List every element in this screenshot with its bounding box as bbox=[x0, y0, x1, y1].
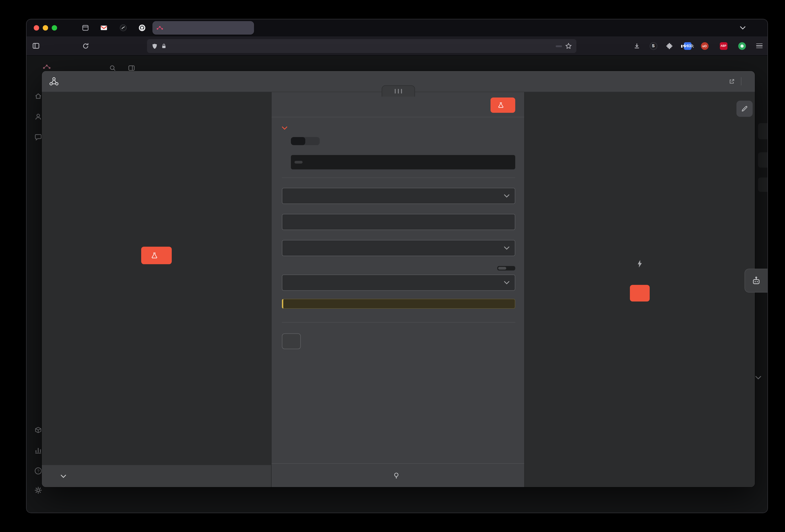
url-mode-toggle bbox=[291, 137, 320, 145]
url-bar[interactable] bbox=[147, 39, 576, 53]
menu-button[interactable] bbox=[753, 39, 766, 52]
divider bbox=[741, 77, 741, 85]
background-card bbox=[758, 152, 767, 167]
webhook-node-modal bbox=[42, 71, 755, 487]
sidebar-toggle-button[interactable] bbox=[30, 39, 42, 52]
fixed-button[interactable] bbox=[498, 267, 506, 270]
robot-icon bbox=[751, 276, 761, 286]
node-feedback-link[interactable] bbox=[272, 463, 524, 487]
navigation-toolbar: S ▮�833; uO ABP bbox=[27, 36, 767, 56]
parameters-form bbox=[272, 117, 524, 463]
back-button[interactable] bbox=[46, 39, 59, 52]
sidebar-item-home[interactable] bbox=[34, 92, 42, 100]
lock-icon[interactable] bbox=[161, 43, 167, 49]
logs-collapse-button[interactable] bbox=[755, 376, 761, 380]
sidebar-item-templates[interactable] bbox=[34, 426, 42, 434]
ai-assistant-button[interactable] bbox=[744, 269, 767, 293]
zoom-indicator[interactable] bbox=[556, 45, 562, 47]
background-card bbox=[758, 123, 767, 139]
home-icon bbox=[34, 92, 42, 100]
downloads-button[interactable] bbox=[630, 39, 643, 52]
respond-select[interactable] bbox=[282, 274, 515, 291]
package-icon bbox=[34, 426, 42, 434]
search-button[interactable] bbox=[109, 65, 116, 72]
help-icon: ? bbox=[34, 467, 42, 475]
panel-drag-handle[interactable] bbox=[382, 85, 415, 97]
sidebar-item-users[interactable] bbox=[34, 113, 42, 121]
extension-ublock-button[interactable]: uO bbox=[698, 39, 711, 52]
respond-notice bbox=[282, 299, 515, 309]
lightbulb-icon bbox=[393, 472, 399, 479]
gmail-icon bbox=[100, 24, 107, 31]
n8n-favicon bbox=[156, 26, 163, 30]
n8n-logo[interactable] bbox=[43, 64, 53, 69]
webhook-url-row[interactable] bbox=[291, 155, 515, 169]
chevron-down-icon bbox=[61, 474, 66, 478]
path-input[interactable] bbox=[282, 214, 515, 230]
output-panel bbox=[524, 92, 755, 487]
new-tab-button[interactable] bbox=[256, 22, 268, 34]
production-url-button[interactable] bbox=[305, 137, 320, 145]
download-icon bbox=[633, 43, 640, 49]
test-this-trigger-button[interactable] bbox=[630, 285, 650, 301]
bookmark-star-icon[interactable] bbox=[565, 43, 572, 49]
input-panel bbox=[42, 92, 272, 487]
flask-icon bbox=[498, 102, 504, 108]
http-method-select[interactable] bbox=[282, 188, 515, 204]
dark-app-icon bbox=[120, 24, 127, 31]
forward-button[interactable] bbox=[62, 39, 75, 52]
listen-for-test-event-button[interactable] bbox=[141, 247, 172, 264]
extensions-puzzle-icon bbox=[666, 42, 674, 50]
extension-blue-button[interactable]: ▮�833; bbox=[681, 39, 694, 52]
chevron-down-icon bbox=[755, 376, 761, 380]
chat-icon bbox=[34, 133, 42, 141]
close-window-button[interactable] bbox=[34, 25, 39, 31]
docs-link[interactable] bbox=[726, 78, 735, 84]
listen-for-test-event-button-top[interactable] bbox=[490, 98, 515, 113]
panel-toggle-button[interactable] bbox=[128, 65, 135, 72]
reload-button[interactable] bbox=[79, 39, 92, 52]
app-content: ? bbox=[27, 56, 767, 513]
webhook-urls-section-toggle[interactable] bbox=[282, 126, 515, 130]
divider bbox=[282, 322, 515, 323]
tracking-shield-icon[interactable] bbox=[152, 43, 158, 49]
extension-blue-icon: ▮�833; bbox=[684, 42, 691, 50]
chevron-down-icon bbox=[740, 26, 745, 30]
sidebar-item-help[interactable]: ? bbox=[34, 467, 42, 475]
n8n-logo-icon bbox=[43, 64, 51, 69]
extension-s-button[interactable]: S bbox=[647, 39, 660, 52]
sidebar-item-chat[interactable] bbox=[34, 133, 42, 141]
bar-chart-icon bbox=[34, 446, 42, 454]
extension-abp-button[interactable]: ABP bbox=[717, 39, 730, 52]
panel-icon bbox=[128, 65, 135, 72]
authentication-select[interactable] bbox=[282, 240, 515, 256]
firefox-view-button[interactable] bbox=[80, 22, 91, 34]
minimize-window-button[interactable] bbox=[43, 25, 48, 31]
respond-field-header bbox=[282, 266, 515, 270]
list-all-tabs-button[interactable] bbox=[737, 22, 749, 34]
authentication-field bbox=[282, 240, 515, 256]
firefox-view-icon bbox=[82, 24, 89, 31]
svg-text:?: ? bbox=[37, 469, 39, 473]
expression-button[interactable] bbox=[506, 267, 514, 270]
add-option-button[interactable] bbox=[282, 334, 301, 349]
pinned-tab-github[interactable] bbox=[136, 22, 148, 34]
trigger-question-bar[interactable] bbox=[42, 465, 271, 487]
lightning-bolt-icon bbox=[635, 258, 644, 269]
sidebar-item-insights[interactable] bbox=[34, 446, 42, 454]
sidebar-item-settings[interactable] bbox=[34, 486, 46, 494]
pinned-tab-gmail[interactable] bbox=[98, 22, 110, 34]
reload-icon bbox=[82, 43, 89, 49]
edit-output-button[interactable] bbox=[736, 101, 753, 117]
http-method-field bbox=[282, 188, 515, 204]
chevron-down-icon bbox=[504, 194, 509, 198]
fixed-expression-toggle bbox=[497, 266, 515, 270]
zoom-window-button[interactable] bbox=[52, 25, 57, 31]
ublock-icon: uO bbox=[701, 42, 708, 50]
pinned-tab-2[interactable] bbox=[117, 22, 129, 34]
extension-green-button[interactable] bbox=[736, 39, 748, 52]
abp-icon: ABP bbox=[719, 42, 727, 50]
active-tab[interactable] bbox=[152, 21, 254, 34]
extensions-button[interactable] bbox=[664, 39, 676, 52]
test-url-button[interactable] bbox=[291, 137, 305, 145]
